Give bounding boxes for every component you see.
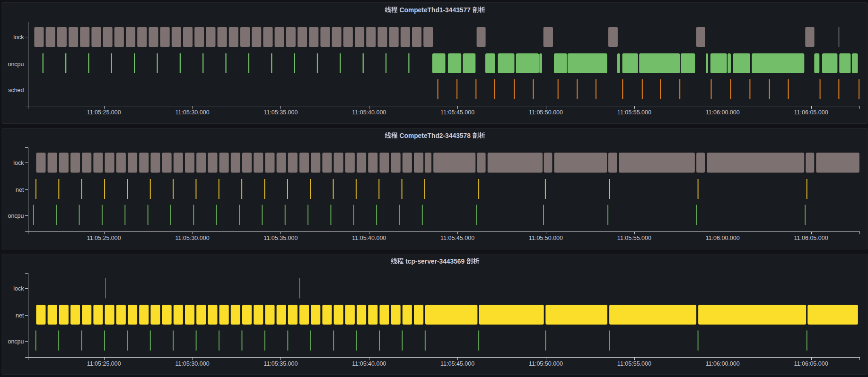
- svg-text:11:05:25.000: 11:05:25.000: [87, 360, 121, 367]
- svg-text:11:05:45.000: 11:05:45.000: [440, 235, 474, 241]
- svg-text:11:05:50.000: 11:05:50.000: [529, 235, 563, 241]
- svg-text:sched: sched: [8, 87, 24, 94]
- svg-text:11:06:00.000: 11:06:00.000: [706, 109, 740, 116]
- svg-text:11:05:55.000: 11:05:55.000: [617, 235, 651, 241]
- svg-text:11:06:05.000: 11:06:05.000: [794, 360, 828, 367]
- svg-text:11:05:30.000: 11:05:30.000: [175, 109, 210, 116]
- svg-text:oncpu: oncpu: [8, 213, 24, 219]
- svg-text:11:06:05.000: 11:06:05.000: [794, 235, 828, 241]
- svg-text:11:05:30.000: 11:05:30.000: [175, 235, 210, 241]
- svg-text:11:05:40.000: 11:05:40.000: [352, 360, 386, 367]
- svg-text:11:05:35.000: 11:05:35.000: [263, 235, 298, 241]
- svg-text:11:06:00.000: 11:06:00.000: [706, 360, 740, 367]
- svg-text:CompeteThd2-3443578: CompeteThd2-3443578: [400, 132, 471, 139]
- svg-text:CompeteThd1-3443577: CompeteThd1-3443577: [400, 7, 471, 14]
- svg-text:11:05:40.000: 11:05:40.000: [352, 235, 386, 241]
- svg-text:11:05:25.000: 11:05:25.000: [87, 109, 121, 116]
- svg-text:11:05:30.000: 11:05:30.000: [175, 360, 210, 367]
- svg-text:11:06:05.000: 11:06:05.000: [794, 109, 828, 116]
- svg-text:11:05:55.000: 11:05:55.000: [617, 109, 651, 116]
- svg-text:11:05:45.000: 11:05:45.000: [440, 109, 474, 116]
- svg-text:tcp-server-3443569: tcp-server-3443569: [405, 258, 465, 265]
- svg-text:lock: lock: [13, 285, 24, 292]
- svg-text:11:05:35.000: 11:05:35.000: [263, 109, 298, 116]
- svg-text:lock: lock: [13, 34, 24, 41]
- svg-text:11:06:00.000: 11:06:00.000: [706, 235, 740, 241]
- svg-text:lock: lock: [13, 160, 24, 166]
- svg-text:11:05:25.000: 11:05:25.000: [87, 235, 121, 241]
- svg-text:net: net: [16, 187, 24, 193]
- svg-text:oncpu: oncpu: [8, 338, 24, 345]
- svg-text:11:05:55.000: 11:05:55.000: [617, 360, 651, 367]
- svg-text:11:05:35.000: 11:05:35.000: [263, 360, 298, 367]
- svg-text:11:05:50.000: 11:05:50.000: [529, 109, 563, 116]
- svg-text:11:05:50.000: 11:05:50.000: [529, 360, 563, 367]
- svg-text:11:05:45.000: 11:05:45.000: [440, 360, 474, 367]
- svg-text:net: net: [16, 312, 24, 319]
- svg-text:oncpu: oncpu: [8, 61, 24, 68]
- svg-text:11:05:40.000: 11:05:40.000: [352, 109, 386, 116]
